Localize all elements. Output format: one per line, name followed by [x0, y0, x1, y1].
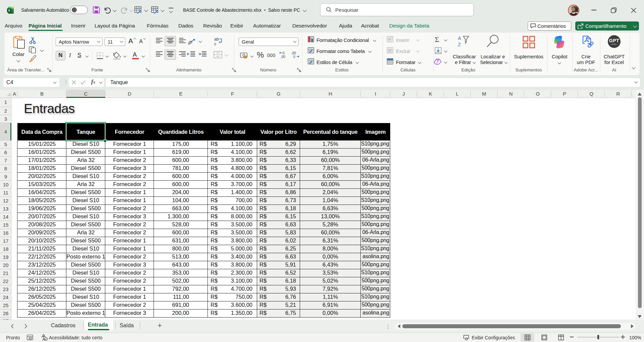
svg-text:c: c	[214, 42, 216, 46]
svg-text:x: x	[8, 8, 10, 12]
svg-text:— EXCEL —: — EXCEL —	[610, 44, 619, 45]
svg-text:GPT: GPT	[609, 38, 619, 43]
svg-text:Z: Z	[458, 42, 461, 47]
svg-text:0: 0	[293, 55, 295, 59]
svg-text:0: 0	[283, 51, 285, 55]
svg-text:ab: ab	[214, 37, 219, 42]
svg-text:,00: ,00	[291, 51, 296, 55]
svg-text:A: A	[458, 36, 461, 41]
svg-text:,00: ,00	[281, 55, 285, 59]
